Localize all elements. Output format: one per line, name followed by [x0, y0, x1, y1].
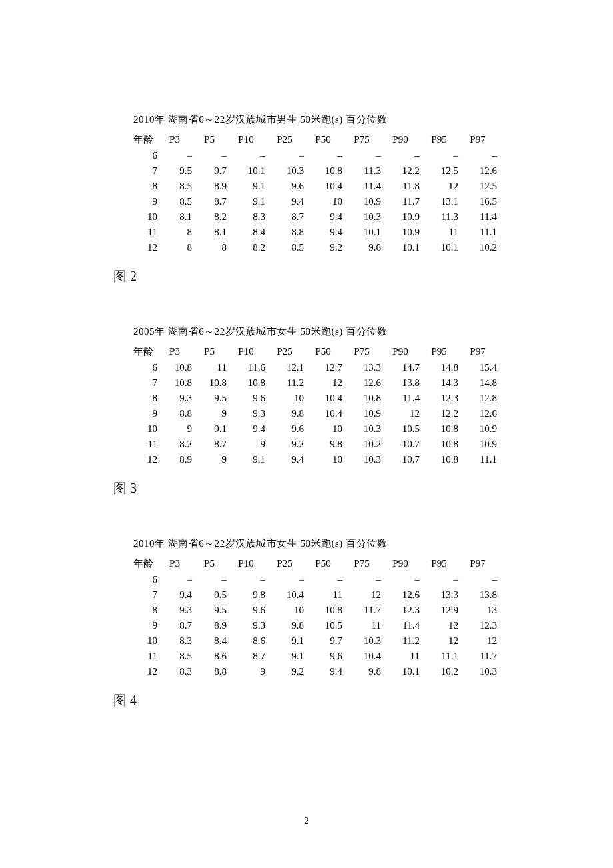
age-cell: 9: [133, 618, 157, 633]
value-cell: 12.3: [458, 618, 497, 633]
value-cell: –: [342, 148, 381, 163]
value-cell: –: [420, 572, 458, 587]
value-cell: 9.1: [227, 452, 265, 467]
age-cell: 12: [133, 664, 157, 679]
value-cell: 8.1: [157, 209, 192, 225]
value-cell: 8.2: [227, 240, 265, 255]
col-header: P97: [458, 343, 497, 360]
value-cell: 8.7: [265, 209, 304, 225]
value-cell: 10.8: [157, 375, 192, 391]
value-cell: 9.8: [265, 406, 304, 421]
col-header: 年龄: [133, 131, 157, 148]
value-cell: 9.6: [265, 179, 304, 194]
value-cell: 13.8: [458, 587, 497, 603]
value-cell: 12.6: [342, 375, 381, 391]
value-cell: 10: [265, 391, 304, 406]
table-row: 108.18.28.38.79.410.310.911.311.4: [133, 209, 497, 225]
data-table-3: 年龄 P3 P5 P10 P25 P50 P75 P90 P95 P97 610…: [133, 343, 497, 467]
table-row: 12888.28.59.29.610.110.110.2: [133, 240, 497, 255]
value-cell: 10.4: [304, 406, 342, 421]
age-cell: 10: [133, 209, 157, 225]
value-cell: 8.9: [157, 452, 192, 467]
value-cell: 10.8: [342, 391, 381, 406]
value-cell: 9.6: [265, 421, 304, 437]
value-cell: 11.7: [342, 603, 381, 618]
age-cell: 8: [133, 603, 157, 618]
value-cell: 12.7: [304, 360, 342, 375]
table-header-row: 年龄 P3 P5 P10 P25 P50 P75 P90 P95 P97: [133, 555, 497, 572]
value-cell: 10.3: [342, 421, 381, 437]
col-header: P50: [304, 343, 342, 360]
data-table-2: 年龄 P3 P5 P10 P25 P50 P75 P90 P95 P97 6––…: [133, 131, 497, 255]
value-cell: –: [157, 572, 192, 587]
value-cell: 9.5: [192, 391, 227, 406]
value-cell: 12.8: [458, 391, 497, 406]
age-cell: 8: [133, 179, 157, 194]
col-header: 年龄: [133, 555, 157, 572]
value-cell: 12.6: [458, 163, 497, 179]
age-cell: 6: [133, 572, 157, 587]
value-cell: 9: [227, 437, 265, 452]
value-cell: 12.5: [458, 179, 497, 194]
table-title: 2010年 湖南省6～22岁汉族城市男生 50米跑(s) 百分位数: [133, 113, 506, 126]
value-cell: 12: [381, 406, 420, 421]
value-cell: 11.7: [458, 649, 497, 664]
value-cell: 10.8: [157, 360, 192, 375]
age-cell: 7: [133, 163, 157, 179]
value-cell: 10: [265, 603, 304, 618]
value-cell: 8.1: [192, 225, 227, 240]
value-cell: 9.3: [157, 391, 192, 406]
age-cell: 12: [133, 240, 157, 255]
value-cell: 10.5: [304, 618, 342, 633]
col-header: P90: [381, 343, 420, 360]
value-cell: –: [265, 148, 304, 163]
table-row: 89.39.59.61010.410.811.412.312.8: [133, 391, 497, 406]
value-cell: 11.4: [342, 179, 381, 194]
value-cell: 9.3: [157, 603, 192, 618]
value-cell: 8.4: [192, 633, 227, 649]
value-cell: 8.3: [157, 664, 192, 679]
table-row: 1188.18.48.89.410.110.91111.1: [133, 225, 497, 240]
value-cell: 9.5: [192, 587, 227, 603]
page-number: 2: [0, 815, 613, 827]
value-cell: 9: [157, 421, 192, 437]
value-cell: 10.8: [420, 437, 458, 452]
col-header: P97: [458, 555, 497, 572]
age-cell: 8: [133, 391, 157, 406]
col-header: P95: [420, 131, 458, 148]
value-cell: 12.6: [381, 587, 420, 603]
value-cell: 10.9: [381, 225, 420, 240]
value-cell: 9.4: [227, 421, 265, 437]
age-cell: 12: [133, 452, 157, 467]
age-cell: 11: [133, 649, 157, 664]
table-row: 98.899.39.810.410.91212.212.6: [133, 406, 497, 421]
value-cell: 10.8: [304, 163, 342, 179]
value-cell: –: [458, 572, 497, 587]
value-cell: 10.9: [458, 437, 497, 452]
value-cell: 13: [458, 603, 497, 618]
value-cell: 14.8: [420, 360, 458, 375]
col-header: P10: [227, 555, 265, 572]
value-cell: 14.8: [458, 375, 497, 391]
value-cell: 11.8: [381, 179, 420, 194]
value-cell: 10.4: [342, 649, 381, 664]
value-cell: 9.4: [265, 452, 304, 467]
value-cell: –: [304, 572, 342, 587]
value-cell: 10.1: [227, 163, 265, 179]
value-cell: 10.3: [342, 452, 381, 467]
value-cell: 11.7: [381, 194, 420, 209]
value-cell: 10.9: [458, 421, 497, 437]
value-cell: 8.7: [157, 618, 192, 633]
value-cell: –: [381, 148, 420, 163]
value-cell: 13.8: [381, 375, 420, 391]
age-cell: 10: [133, 421, 157, 437]
value-cell: –: [192, 148, 227, 163]
value-cell: 12: [342, 587, 381, 603]
value-cell: 11.2: [265, 375, 304, 391]
table-row: 79.49.59.810.4111212.613.313.8: [133, 587, 497, 603]
col-header: P50: [304, 131, 342, 148]
col-header: P75: [342, 343, 381, 360]
value-cell: 13.3: [342, 360, 381, 375]
table-row: 79.59.710.110.310.811.312.212.512.6: [133, 163, 497, 179]
table-row: 6–––––––––: [133, 148, 497, 163]
